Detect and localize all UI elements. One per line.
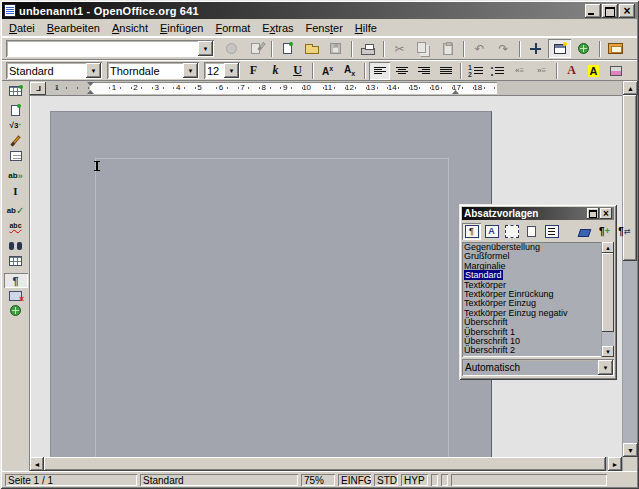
horizontal-ruler[interactable]: 1123456789101112131415161718 (46, 81, 622, 95)
horizontal-scroll-thumb[interactable] (44, 457, 606, 471)
menu-item-bearbeiten[interactable]: Bearbeiten (41, 20, 106, 36)
minimize-button[interactable] (585, 4, 601, 18)
stylist-scroll-thumb[interactable] (602, 253, 614, 332)
autotext-icon[interactable]: ab» (4, 168, 28, 183)
font-size-dropdown-button[interactable] (224, 63, 239, 78)
new-document-icon[interactable] (276, 39, 299, 58)
menu-item-format[interactable]: Format (209, 20, 256, 36)
menu-item-datei[interactable]: Datei (3, 20, 41, 36)
nonprinting-characters-icon[interactable]: ¶ (4, 273, 28, 288)
vertical-scrollbar[interactable] (622, 81, 637, 471)
auto-spellcheck-icon[interactable]: abc (4, 218, 28, 233)
menu-item-extras[interactable]: Extras (256, 20, 299, 36)
style-filter-combo[interactable]: Automatisch (462, 359, 614, 376)
stylist-list-container: GegenüberstellungGrußformelMarginalieSta… (462, 242, 614, 357)
print-icon[interactable] (356, 39, 379, 58)
direct-cursor-icon[interactable]: I (4, 183, 28, 198)
frame-styles-icon[interactable] (502, 223, 521, 240)
maximize-button[interactable] (602, 4, 618, 18)
stylist-window: Absatzvorlagen ¶A¶+¶⇄ GegenüberstellungG… (459, 204, 617, 380)
status-selection-mode[interactable]: STD (374, 474, 398, 486)
close-button[interactable] (619, 4, 635, 18)
spellcheck-icon[interactable]: ab✓ (4, 203, 28, 218)
scroll-left-button[interactable] (30, 457, 44, 471)
status-page-style[interactable]: Standard (140, 474, 298, 486)
application-window: unbenannt1 - OpenOffice.org 641 DateiBea… (0, 0, 639, 489)
tab-stop-type-button[interactable] (30, 82, 46, 95)
insert-icon[interactable] (4, 83, 28, 98)
new-style-from-selection-icon[interactable]: ¶+ (595, 223, 614, 240)
data-sources-icon[interactable] (4, 253, 28, 268)
url-dropdown-button[interactable] (198, 41, 213, 56)
align-justify-icon[interactable] (435, 62, 456, 80)
ruler-number-9: 9 (283, 83, 287, 93)
paragraph-styles-icon[interactable]: ¶ (462, 223, 481, 240)
status-page[interactable]: Seite 1 / 1 (5, 474, 137, 486)
menu-item-ansicht[interactable]: Ansicht (106, 20, 154, 36)
menu-item-fenster[interactable]: Fenster (300, 20, 349, 36)
numbering-icon[interactable]: 12 (465, 62, 486, 80)
ruler-number-18: 18 (473, 83, 482, 93)
align-center-icon[interactable] (391, 62, 412, 80)
title-bar[interactable]: unbenannt1 - OpenOffice.org 641 (2, 2, 637, 19)
menu-item-einfügen[interactable]: Einfügen (154, 20, 209, 36)
online-layout-icon[interactable] (4, 303, 28, 318)
update-style-icon[interactable]: ¶⇄ (615, 223, 634, 240)
stylist-title-bar[interactable]: Absatzvorlagen (462, 207, 614, 220)
status-insert-mode[interactable]: EINFG (338, 474, 371, 486)
italic-icon[interactable]: k (265, 62, 286, 80)
hyperlink-dialog-icon[interactable] (572, 39, 595, 58)
stylist-close-button[interactable] (600, 208, 612, 219)
numbering-styles-icon[interactable] (542, 223, 561, 240)
stylist-scroll-down-button[interactable] (602, 346, 614, 357)
align-right-icon[interactable] (413, 62, 434, 80)
scroll-up-button[interactable] (623, 81, 638, 95)
status-zoom[interactable]: 75% (301, 474, 335, 486)
vertical-scroll-track[interactable] (623, 261, 637, 443)
font-size-combo[interactable]: 12 (204, 62, 240, 79)
fill-format-icon[interactable] (575, 223, 594, 240)
gallery-icon[interactable] (604, 39, 627, 58)
page-styles-icon[interactable] (522, 223, 541, 240)
bullets-icon[interactable]: •• (487, 62, 508, 80)
superscript-icon[interactable]: Ax (317, 62, 338, 80)
background-color-icon[interactable] (605, 62, 626, 80)
scroll-right-button[interactable] (608, 457, 622, 471)
align-left-icon[interactable] (369, 62, 390, 80)
graphics-toggle-icon[interactable] (4, 288, 28, 303)
style-item[interactable]: Überschrift 2 (464, 346, 601, 355)
style-filter-dropdown-button[interactable] (598, 360, 613, 375)
draw-functions-icon[interactable] (4, 133, 28, 148)
find-replace-icon[interactable] (4, 238, 28, 253)
status-hyperlink-mode[interactable]: HYP (401, 474, 428, 486)
ruler-number-10: 10 (302, 83, 311, 93)
font-name-dropdown-button[interactable] (183, 63, 198, 78)
document-page[interactable] (50, 111, 492, 457)
stop-icon (220, 39, 243, 58)
stylist-scroll-up-button[interactable] (602, 242, 614, 253)
paragraph-style-dropdown-button[interactable] (86, 63, 101, 78)
paragraph-style-combo[interactable]: Standard (6, 62, 102, 79)
stylist-dock-button[interactable] (587, 208, 599, 219)
url-combo[interactable] (6, 40, 214, 57)
font-color-icon[interactable]: A (561, 62, 582, 80)
underline-icon[interactable]: U (287, 62, 308, 80)
font-name-combo[interactable]: Thorndale (107, 62, 199, 79)
highlighting-icon[interactable]: A (583, 62, 604, 80)
scroll-down-button[interactable] (623, 443, 638, 457)
insert-fields-icon[interactable] (4, 103, 28, 118)
toolbar-separator (268, 41, 275, 57)
navigator-icon[interactable] (524, 39, 547, 58)
stylist-icon[interactable] (548, 39, 571, 58)
subscript-icon[interactable]: Ax (339, 62, 360, 80)
bold-icon[interactable]: F (243, 62, 264, 80)
insert-objects-icon[interactable]: √3· (4, 118, 28, 133)
status-cell-1 (431, 474, 438, 486)
form-functions-icon[interactable] (4, 148, 28, 163)
horizontal-scrollbar[interactable] (30, 457, 622, 471)
menu-item-hilfe[interactable]: Hilfe (349, 20, 383, 36)
character-styles-icon[interactable]: A (482, 223, 501, 240)
open-icon[interactable] (300, 39, 323, 58)
stylist-scrollbar[interactable] (601, 242, 614, 357)
ruler-number-5: 5 (197, 83, 201, 93)
